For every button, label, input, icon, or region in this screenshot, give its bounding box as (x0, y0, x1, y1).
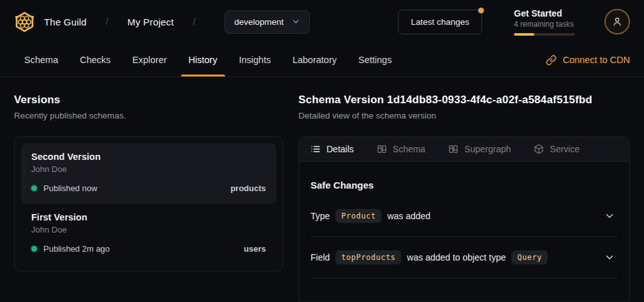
chevron-down-icon[interactable] (604, 210, 615, 222)
link-icon (546, 55, 557, 66)
tab-label: Service (550, 144, 580, 154)
app-root: The Guild / My Project / development Lat… (0, 0, 644, 302)
get-started-title: Get Started (514, 8, 575, 18)
versions-title: Versions (14, 94, 283, 106)
breadcrumb-org[interactable]: The Guild (44, 17, 87, 27)
version-meta-row: Published now products (31, 183, 266, 193)
code-badge: Product (335, 209, 381, 223)
tab-schema-view[interactable]: Schema (377, 144, 425, 154)
person-icon (611, 16, 623, 27)
latest-changes-button[interactable]: Latest changes (398, 10, 482, 34)
change-text: was added to object type (407, 252, 506, 262)
code-badge: topProducts (335, 250, 401, 264)
tab-label: Schema (393, 144, 425, 154)
version-list-item[interactable]: Second Version John Doe Published now pr… (21, 143, 276, 204)
tab-explorer[interactable]: Explorer (133, 43, 167, 76)
published-status-icon (31, 246, 37, 252)
version-service-name: products (230, 183, 266, 193)
version-list-item[interactable]: First Version John Doe Published 2m ago … (21, 204, 276, 264)
change-text: Type (311, 211, 330, 221)
tab-insights[interactable]: Insights (239, 43, 271, 76)
version-service-name: users (244, 244, 266, 254)
change-text: Field (311, 252, 330, 262)
tab-service[interactable]: Service (534, 144, 580, 154)
schema-version-panel: Details Schema (298, 136, 630, 302)
breadcrumb: The Guild / My Project / development (14, 10, 310, 34)
detail-tab-list: Details Schema (299, 137, 629, 162)
list-icon (311, 144, 321, 154)
safe-changes-heading: Safe Changes (311, 180, 618, 191)
top-header: The Guild / My Project / development Lat… (0, 0, 644, 43)
main-nav: Schema Checks Explorer History Insights … (0, 43, 644, 77)
main-content: Versions Recently published schemas. Sec… (0, 77, 644, 302)
schema-version-subtitle: Detailed view of the schema version (298, 111, 630, 120)
version-author: John Doe (31, 225, 266, 234)
change-row[interactable]: Field topProducts was added to object ty… (311, 237, 618, 278)
target-selector[interactable]: development (224, 10, 309, 34)
connect-to-cdn-label: Connect to CDN (562, 55, 630, 65)
connect-to-cdn-link[interactable]: Connect to CDN (546, 43, 630, 76)
version-author: John Doe (31, 164, 266, 174)
tab-checks[interactable]: Checks (80, 43, 110, 76)
target-selector-value: development (234, 17, 283, 27)
user-avatar[interactable] (604, 9, 630, 34)
tab-label: Supergraph (464, 144, 511, 154)
tab-schema[interactable]: Schema (24, 43, 58, 76)
columns-icon (377, 144, 387, 154)
code-badge: Query (511, 250, 548, 264)
get-started-widget[interactable]: Get Started 4 remaining tasks (514, 8, 575, 36)
tab-laboratory[interactable]: Laboratory (293, 43, 337, 76)
tab-settings[interactable]: Settings (358, 43, 392, 76)
version-status: Published now (43, 183, 98, 193)
published-status-icon (31, 185, 37, 191)
cube-icon (534, 144, 544, 154)
nav-tab-list: Schema Checks Explorer History Insights … (24, 43, 392, 76)
tab-history[interactable]: History (189, 43, 217, 76)
notification-dot (478, 8, 484, 13)
breadcrumb-project[interactable]: My Project (128, 17, 174, 27)
versions-section: Versions Recently published schemas. Sec… (14, 94, 283, 302)
tab-details[interactable]: Details (311, 144, 354, 154)
version-title: Second Version (31, 152, 266, 162)
change-text: was added (387, 211, 430, 221)
version-meta-row: Published 2m ago users (31, 244, 266, 254)
guild-logo-icon[interactable] (14, 11, 35, 33)
chevron-down-icon (291, 17, 300, 26)
get-started-progress-track (514, 33, 575, 36)
detail-content: Safe Changes Type Product was added Fiel… (299, 162, 629, 278)
progress-fill (514, 33, 534, 36)
version-status: Published 2m ago (43, 244, 110, 254)
breadcrumb-separator: / (106, 17, 108, 27)
get-started-subtitle: 4 remaining tasks (514, 20, 575, 29)
version-title: First Version (31, 212, 266, 222)
tab-label: Details (326, 144, 354, 154)
change-row[interactable]: Type Product was added (311, 196, 618, 237)
breadcrumb-separator: / (193, 17, 196, 27)
versions-list: Second Version John Doe Published now pr… (14, 136, 283, 271)
columns-icon (448, 144, 458, 154)
versions-subtitle: Recently published schemas. (14, 111, 283, 120)
chevron-down-icon[interactable] (604, 252, 615, 263)
tab-supergraph[interactable]: Supergraph (448, 144, 511, 154)
schema-version-title: Schema Version 1d14db83-0933-4f4c-a02f-a… (298, 94, 630, 106)
latest-changes-label: Latest changes (411, 17, 469, 27)
schema-version-section: Schema Version 1d14db83-0933-4f4c-a02f-a… (298, 94, 630, 302)
